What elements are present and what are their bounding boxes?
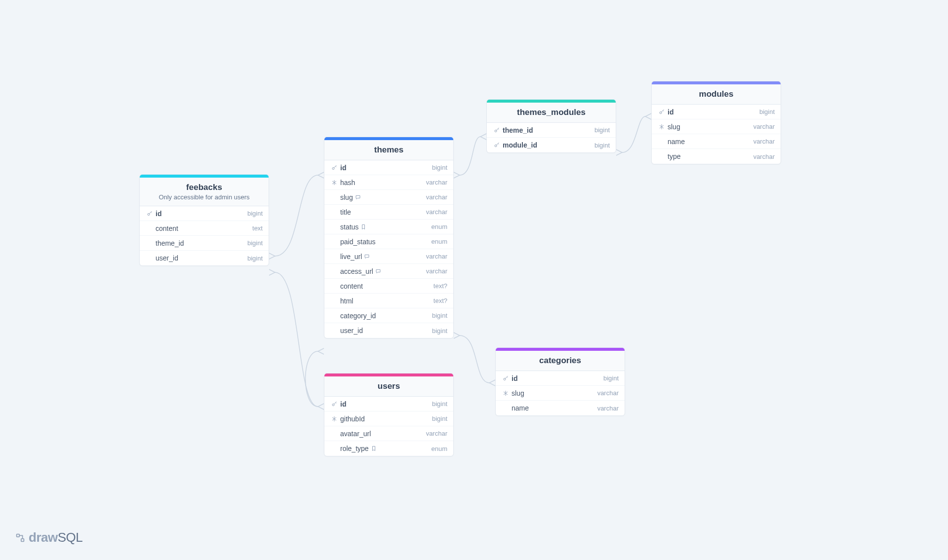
connectors-layer <box>0 0 948 560</box>
column-name: id <box>340 164 346 172</box>
column-name: user_id <box>340 327 363 335</box>
column-row[interactable]: idbigint <box>140 206 269 221</box>
column-row[interactable]: user_idbigint <box>324 323 453 338</box>
column-row[interactable]: live_urlvarchar <box>324 249 453 264</box>
column-row[interactable]: githubIdbigint <box>324 411 453 426</box>
columns: idbigintgithubIdbigintavatar_urlvarcharr… <box>324 397 453 456</box>
column-row[interactable]: user_idbigint <box>140 251 269 265</box>
column-name: slug <box>512 389 524 397</box>
column-type: bigint <box>427 164 447 171</box>
column-type: varchar <box>421 179 447 186</box>
column-row[interactable]: slugvarchar <box>652 119 781 134</box>
column-row[interactable]: titlevarchar <box>324 205 453 220</box>
column-row[interactable]: category_idbigint <box>324 308 453 323</box>
column-name: access_url <box>340 267 381 275</box>
table-header: modules <box>652 84 781 105</box>
column-type: text? <box>429 297 447 304</box>
column-type: varchar <box>749 123 775 130</box>
column-name: content <box>340 282 363 290</box>
column-name: theme_id <box>503 126 533 134</box>
column-type: bigint <box>754 108 775 115</box>
table-users[interactable]: users idbigintgithubIdbigintavatar_urlva… <box>324 373 454 456</box>
table-modules[interactable]: modules idbigintslugvarcharnamevarcharty… <box>651 81 781 164</box>
snow-icon <box>330 416 338 422</box>
column-row[interactable]: hashvarchar <box>324 175 453 190</box>
columns: idbiginthashvarcharslugvarchartitlevarch… <box>324 160 453 338</box>
comment-icon <box>355 194 361 200</box>
column-name: hash <box>340 179 355 187</box>
column-name: paid_status <box>340 238 376 246</box>
key-icon <box>330 401 338 407</box>
table-header: themes_modules <box>487 103 616 123</box>
column-type: varchar <box>421 208 447 216</box>
table-header: themes <box>324 140 453 160</box>
brand-icon <box>15 532 26 543</box>
brand-text-a: draw <box>29 530 58 545</box>
column-type: bigint <box>427 415 447 422</box>
table-themes[interactable]: themes idbiginthashvarcharslugvarchartit… <box>324 137 454 338</box>
column-type: varchar <box>421 267 447 275</box>
table-header: users <box>324 376 453 397</box>
columns: idbigintcontenttexttheme_idbigintuser_id… <box>140 206 269 265</box>
column-row[interactable]: access_urlvarchar <box>324 264 453 279</box>
table-themes-modules[interactable]: themes_modules theme_idbigintmodule_idbi… <box>486 99 616 153</box>
column-type: varchar <box>749 153 775 160</box>
svg-rect-7 <box>17 534 20 537</box>
column-row[interactable]: statusenum <box>324 220 453 234</box>
column-row[interactable]: idbigint <box>324 160 453 175</box>
column-type: bigint <box>427 312 447 319</box>
column-name: user_id <box>156 254 178 262</box>
column-name: live_url <box>340 253 370 261</box>
column-row[interactable]: contenttext <box>140 221 269 236</box>
column-name: name <box>668 138 685 146</box>
column-row[interactable]: avatar_urlvarchar <box>324 426 453 441</box>
column-type: text <box>247 224 263 232</box>
column-row[interactable]: theme_idbigint <box>140 236 269 251</box>
column-row[interactable]: module_idbigint <box>487 138 616 152</box>
column-type: text? <box>429 282 447 290</box>
column-row[interactable]: idbigint <box>324 397 453 411</box>
snow-icon <box>658 124 666 130</box>
diagram-canvas[interactable]: feebacks Only accessible for admin users… <box>0 0 948 560</box>
table-header: feebacks Only accessible for admin users <box>140 178 269 206</box>
column-name: id <box>340 400 346 408</box>
column-name: id <box>156 210 161 218</box>
column-name: html <box>340 297 353 305</box>
table-title: modules <box>659 89 774 99</box>
table-categories[interactable]: categories idbigintslugvarcharnamevarcha… <box>495 347 625 416</box>
column-name: type <box>668 152 680 160</box>
key-icon <box>146 211 154 217</box>
column-type: enum <box>426 238 447 245</box>
column-row[interactable]: htmltext? <box>324 294 453 308</box>
column-row[interactable]: role_typeenum <box>324 441 453 456</box>
column-row[interactable]: namevarchar <box>652 134 781 149</box>
table-feebacks[interactable]: feebacks Only accessible for admin users… <box>139 174 269 266</box>
column-name: module_id <box>503 141 537 149</box>
column-type: varchar <box>749 138 775 145</box>
comment-icon <box>364 254 370 260</box>
column-name: name <box>512 404 529 412</box>
table-subtitle: Only accessible for admin users <box>147 193 262 201</box>
snow-icon <box>502 390 510 396</box>
table-title: users <box>331 381 446 391</box>
column-row[interactable]: contenttext? <box>324 279 453 294</box>
column-type: enum <box>426 223 447 230</box>
columns: idbigintslugvarcharnamevarchartypevarcha… <box>652 105 781 164</box>
column-row[interactable]: slugvarchar <box>324 190 453 205</box>
svg-rect-8 <box>21 538 24 541</box>
key-icon <box>493 127 501 133</box>
table-title: themes <box>331 145 446 155</box>
column-row[interactable]: idbigint <box>496 371 625 386</box>
table-title: categories <box>503 356 618 366</box>
column-row[interactable]: theme_idbigint <box>487 123 616 138</box>
column-row[interactable]: namevarchar <box>496 401 625 415</box>
column-row[interactable]: typevarchar <box>652 149 781 164</box>
column-row[interactable]: paid_statusenum <box>324 234 453 249</box>
column-row[interactable]: slugvarchar <box>496 386 625 401</box>
column-name: category_id <box>340 312 376 320</box>
column-type: bigint <box>598 374 619 382</box>
column-row[interactable]: idbigint <box>652 105 781 119</box>
column-type: varchar <box>421 430 447 437</box>
column-type: bigint <box>242 210 263 217</box>
column-type: bigint <box>242 239 263 247</box>
